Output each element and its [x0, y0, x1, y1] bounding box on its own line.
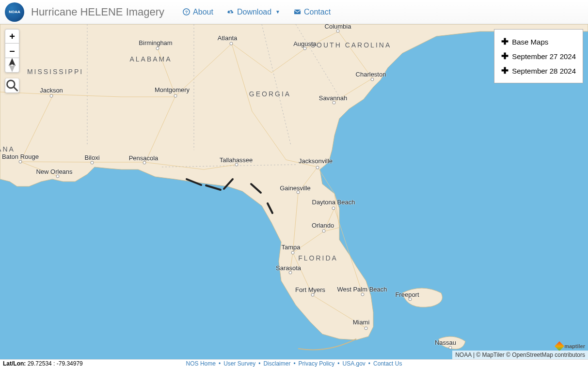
city-label: Atlanta [218, 34, 237, 42]
city-label: Gainesville [280, 184, 311, 192]
city-label: Tallahassee [220, 156, 253, 164]
page-title: Hurricane HELENE Imagery [31, 6, 164, 18]
navbar: NOAA Hurricane HELENE Imagery ? About Do… [0, 0, 588, 24]
svg-text:?: ? [185, 10, 188, 15]
city-dot [333, 101, 336, 105]
layer-label: September 28 2024 [512, 67, 576, 75]
city-dot [56, 175, 60, 178]
city-dot [235, 163, 238, 167]
city-label: Baton Rouge [2, 153, 39, 160]
city-dot [303, 47, 307, 50]
city-dot [316, 166, 319, 169]
city-label: Charleston [356, 71, 386, 78]
city-label: Freeport [395, 291, 419, 298]
question-circle-icon: ? [183, 8, 190, 15]
state-label: GEORGIA [249, 90, 291, 98]
maptiler-text: maptiler [564, 343, 585, 349]
coords-readout: Lat/Lon: 29.72534 : -79.34979 [3, 360, 83, 367]
svg-rect-2 [294, 10, 301, 14]
zoom-in-button[interactable]: + [5, 29, 19, 44]
city-dot [449, 346, 452, 350]
city-label: Fort Myers [295, 286, 325, 293]
map-controls: + – [5, 29, 19, 93]
state-label: ALABAMA [129, 55, 172, 63]
city-label: West Palm Beach [337, 286, 387, 293]
city-dot [365, 327, 368, 330]
map-canvas[interactable]: MISSISSIPPIALABAMAGEORGIASOUTH CAROLINAF… [0, 24, 588, 359]
city-label: Biloxi [84, 154, 99, 161]
city-dot [91, 161, 94, 165]
plus-icon: ✚ [501, 36, 509, 47]
layer-label: Base Maps [512, 38, 548, 46]
search-button[interactable] [5, 78, 19, 93]
zoom-out-button[interactable]: – [5, 44, 19, 58]
city-dot [230, 42, 233, 46]
layer-panel: ✚ Base Maps ✚ September 27 2024 ✚ Septem… [494, 29, 583, 83]
state-label: ANA [0, 145, 15, 153]
nav-about-label: About [193, 8, 213, 16]
nav-contact-label: Contact [304, 8, 331, 16]
city-label: Savannah [319, 94, 348, 102]
nav-download[interactable]: Download ▼ [220, 3, 287, 21]
footer-usagov[interactable]: USA.gov [342, 360, 365, 367]
footer-nos-home[interactable]: NOS Home [186, 360, 216, 367]
city-label: Sarasota [276, 264, 301, 272]
city-label: Birmingham [139, 39, 172, 46]
coords-label: Lat/Lon: [3, 360, 26, 367]
chevron-down-icon: ▼ [275, 9, 280, 15]
city-dot [371, 78, 374, 81]
city-dot [311, 293, 315, 297]
city-dot [50, 94, 53, 98]
city-label: Nassau [435, 339, 456, 346]
city-dot [19, 160, 22, 164]
nav-about[interactable]: ? About [176, 3, 220, 21]
footer-disclaimer[interactable]: Disclaimer [263, 360, 290, 367]
city-dot [143, 161, 146, 165]
city-dot [332, 207, 335, 210]
plus-icon: ✚ [501, 51, 509, 61]
footer-user-survey[interactable]: User Survey [223, 360, 255, 367]
layer-sept27[interactable]: ✚ September 27 2024 [501, 49, 576, 63]
footer-privacy[interactable]: Privacy Policy [299, 360, 335, 367]
attribution: NOAA | © MapTiler © OpenStreetMap contri… [452, 351, 588, 359]
layer-label: September 27 2024 [512, 52, 576, 61]
footer-contact[interactable]: Contact Us [373, 360, 402, 367]
nav-contact[interactable]: Contact [287, 3, 337, 21]
reset-north-button[interactable] [5, 58, 19, 73]
city-label: Miami [353, 319, 370, 326]
diamond-icon [555, 341, 564, 351]
city-label: Columbia [325, 24, 351, 30]
city-dot [409, 298, 412, 301]
state-label: FLORIDA [298, 254, 338, 262]
city-label: Augusta [293, 40, 317, 47]
noaa-logo: NOAA [5, 2, 24, 22]
city-label: Orlando [312, 222, 334, 229]
nav-links: ? About Download ▼ Contact [176, 3, 337, 21]
maptiler-logo[interactable]: maptiler [556, 343, 585, 350]
city-label: Pensacola [129, 154, 159, 162]
city-dot [289, 271, 292, 275]
coords-value: 29.72534 : -79.34979 [28, 360, 83, 367]
city-label: Tampa [281, 244, 300, 251]
city-label: New Orleans [36, 168, 72, 175]
city-label: Jacksonville [299, 157, 333, 165]
envelope-icon [294, 8, 301, 15]
state-label: SOUTH CAROLINA [311, 41, 391, 49]
city-label: Jackson [40, 87, 63, 94]
city-dot [174, 94, 177, 98]
nav-download-label: Download [237, 8, 271, 16]
city-dot [291, 251, 295, 255]
layer-basemaps[interactable]: ✚ Base Maps [501, 34, 576, 49]
city-dot [322, 229, 326, 233]
city-dot [361, 293, 365, 296]
city-label: Daytona Beach [312, 199, 355, 206]
city-dot [336, 30, 340, 33]
city-label: Montgomery [155, 86, 190, 93]
footer-links: NOS Home• User Survey• Disclaimer• Priva… [186, 360, 402, 367]
state-label: MISSISSIPPI [27, 68, 83, 76]
layer-sept28[interactable]: ✚ September 28 2024 [501, 63, 576, 78]
plus-icon: ✚ [501, 65, 509, 76]
bottom-bar: Lat/Lon: 29.72534 : -79.34979 NOS Home• … [0, 359, 588, 367]
svg-line-5 [14, 87, 17, 91]
city-dot [156, 47, 159, 50]
